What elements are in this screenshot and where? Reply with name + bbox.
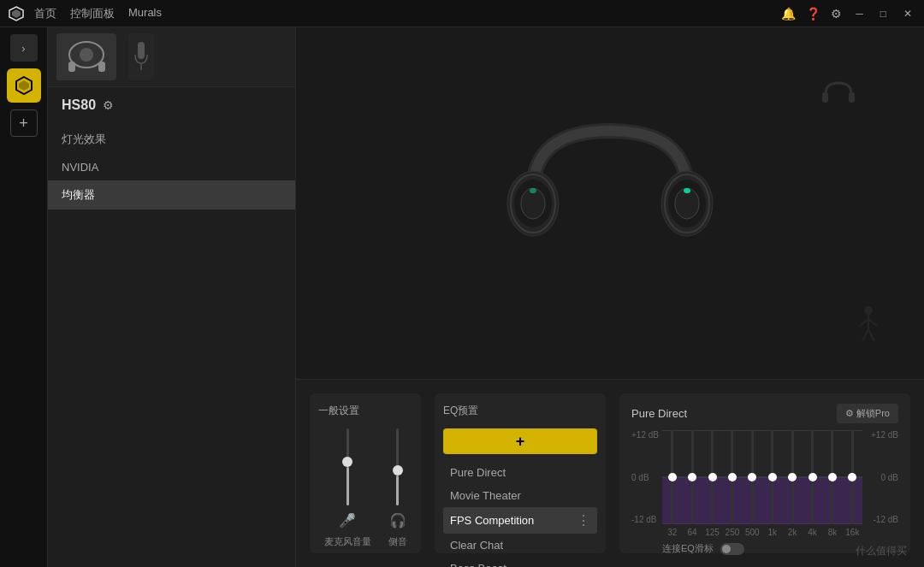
nav-murals[interactable]: Murals xyxy=(128,6,162,21)
eq-bar-250hz[interactable] xyxy=(722,430,742,524)
eq-link-label: 连接EQ滑标 xyxy=(662,542,714,555)
svg-line-25 xyxy=(868,319,877,326)
sidebar: › + xyxy=(0,27,48,567)
menu-item-nvidia[interactable]: NVIDIA xyxy=(48,154,295,180)
eq-knob-32hz[interactable] xyxy=(668,473,677,481)
eq-preset-movie-theater[interactable]: Movie Theater xyxy=(443,484,597,507)
svg-point-17 xyxy=(530,188,536,193)
eq-y-labels-left: +12 dB 0 dB -12 dB xyxy=(631,430,662,524)
svg-marker-3 xyxy=(19,80,29,91)
eq-header: Pure Direct ⚙ 解锁Pro xyxy=(631,404,898,423)
general-settings-title: 一般设置 xyxy=(318,404,412,418)
headset-preview-image xyxy=(482,105,738,302)
eq-icon xyxy=(15,76,33,95)
sidebar-collapse-button[interactable]: › xyxy=(10,34,38,62)
sidebar-active-item[interactable] xyxy=(7,68,41,103)
eq-knob-64hz[interactable] xyxy=(688,473,696,481)
eq-chart: +12 dB 0 dB -12 dB +12 dB 0 dB -12 dB xyxy=(631,430,898,550)
eq-bar-32hz[interactable] xyxy=(662,430,682,524)
eq-bar-1khz[interactable] xyxy=(762,430,782,524)
svg-point-7 xyxy=(80,48,93,62)
content-area: 一般设置 🎤 麦克风音量 xyxy=(296,27,924,567)
eq-preset-options-icon[interactable]: ⋮ xyxy=(577,512,590,529)
eq-preset-fps-competition[interactable]: FPS Competition ⋮ xyxy=(443,507,597,534)
eq-y-labels-right: +12 dB 0 dB -12 dB xyxy=(864,430,898,524)
eq-bar-64hz[interactable] xyxy=(682,430,702,524)
nav-home[interactable]: 首页 xyxy=(34,6,56,21)
eq-bar-8khz[interactable] xyxy=(822,430,842,524)
eq-add-button[interactable]: + xyxy=(443,428,597,454)
device-info: HS80 ⚙ xyxy=(48,87,295,125)
minimize-button[interactable]: ─ xyxy=(852,8,867,20)
menu-item-lights[interactable]: 灯光效果 xyxy=(48,125,295,154)
eq-bar-2khz[interactable] xyxy=(782,430,802,524)
app-logo xyxy=(9,6,24,21)
nav-control-panel[interactable]: 控制面板 xyxy=(70,6,115,21)
eq-visualizer-panel: Pure Direct ⚙ 解锁Pro +12 dB 0 dB -12 dB xyxy=(619,393,910,553)
device-panel: HS80 ⚙ 灯光效果 NVIDIA 均衡器 xyxy=(48,27,296,567)
maximize-button[interactable]: □ xyxy=(877,8,890,20)
device-header xyxy=(48,27,295,87)
device-thumbnail-active[interactable] xyxy=(56,33,116,80)
svg-rect-20 xyxy=(822,92,828,103)
eq-unlock-button[interactable]: ⚙ 解锁Pro xyxy=(837,404,898,423)
eq-knob-2khz[interactable] xyxy=(788,473,797,481)
eq-knob-4khz[interactable] xyxy=(808,473,817,481)
mic-volume-slider-container: 🎤 麦克风音量 xyxy=(324,428,371,548)
main-layout: › + xyxy=(0,27,924,567)
device-name-row: HS80 ⚙ xyxy=(62,97,281,113)
eq-x-labels: 32 64 125 250 500 1k 2k 4k 8k 16k xyxy=(662,528,862,537)
side-tone-slider-container: 🎧 侧音 xyxy=(388,428,407,548)
eq-bar-4khz[interactable] xyxy=(803,430,822,524)
general-settings-panel: 一般设置 🎤 麦克风音量 xyxy=(310,393,421,553)
svg-line-27 xyxy=(868,329,874,341)
eq-preset-pure-direct[interactable]: Pure Direct xyxy=(443,461,597,484)
bell-icon[interactable]: 🔔 xyxy=(781,7,796,21)
eq-knob-500hz[interactable] xyxy=(748,473,756,481)
device-thumbnail-secondary[interactable] xyxy=(128,33,154,80)
eq-bar-500hz[interactable] xyxy=(743,430,762,524)
help-icon[interactable]: ❓ xyxy=(806,7,820,21)
eq-preset-bass-boost[interactable]: Bass Boost xyxy=(443,557,597,567)
settings-icon[interactable]: ⚙ xyxy=(831,7,842,21)
eq-link-toggle[interactable] xyxy=(720,543,744,555)
eq-knob-125hz[interactable] xyxy=(708,473,717,481)
eq-preset-clear-chat[interactable]: Clear Chat xyxy=(443,534,597,557)
mic-volume-label: 麦克风音量 xyxy=(324,535,371,548)
eq-bars-area xyxy=(662,430,862,524)
titlebar-nav: 首页 控制面板 Murals xyxy=(34,6,162,21)
mic-volume-knob[interactable] xyxy=(342,457,352,467)
bottom-panels: 一般设置 🎤 麦克风音量 xyxy=(296,379,924,567)
preview-decoration-headphones xyxy=(821,79,856,111)
menu-item-equalizer[interactable]: 均衡器 xyxy=(48,180,295,210)
device-settings-icon[interactable]: ⚙ xyxy=(103,98,114,112)
close-button[interactable]: ✕ xyxy=(900,8,915,20)
sidebar-add-button[interactable]: + xyxy=(10,109,38,137)
headset-preview xyxy=(296,27,924,379)
eq-presets-panel: EQ预置 + Pure Direct Movie Theater FPS Com… xyxy=(435,393,606,553)
plus-icon: + xyxy=(19,115,28,133)
titlebar-actions: 🔔 ❓ ⚙ ─ □ ✕ xyxy=(781,7,915,21)
chevron-right-icon: › xyxy=(21,42,25,55)
eq-bar-125hz[interactable] xyxy=(702,430,722,524)
svg-rect-21 xyxy=(849,92,855,103)
svg-point-22 xyxy=(864,306,873,315)
svg-marker-1 xyxy=(12,9,21,18)
mic-thumbnail xyxy=(133,38,150,76)
titlebar: 首页 控制面板 Murals 🔔 ❓ ⚙ ─ □ ✕ xyxy=(0,0,924,27)
eq-bar-16khz[interactable] xyxy=(843,430,862,524)
svg-line-26 xyxy=(862,329,868,341)
eq-knob-250hz[interactable] xyxy=(728,473,737,481)
svg-rect-5 xyxy=(68,62,75,72)
svg-rect-6 xyxy=(98,62,105,72)
mic-icon: 🎤 xyxy=(339,512,356,529)
watermark: 什么值得买 xyxy=(856,544,907,558)
preview-decoration-figure xyxy=(856,304,881,345)
side-tone-label: 侧音 xyxy=(388,535,407,548)
eq-knob-8khz[interactable] xyxy=(828,473,837,481)
side-tone-knob[interactable] xyxy=(393,465,403,475)
eq-knob-16khz[interactable] xyxy=(848,473,856,481)
svg-point-16 xyxy=(684,188,690,193)
eq-knob-1khz[interactable] xyxy=(768,473,777,481)
side-tone-icon: 🎧 xyxy=(389,512,406,529)
